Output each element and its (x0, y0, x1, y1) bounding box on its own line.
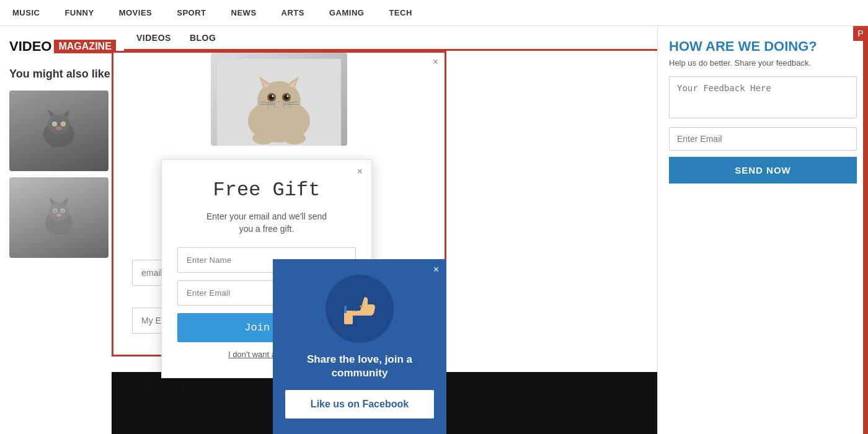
facebook-popup: × Share the love, join a community Like … (273, 259, 446, 434)
nav-movies[interactable]: MOVIES (119, 8, 153, 17)
nav-sport[interactable]: SPORT (177, 8, 206, 17)
cat-thumbnail-1 (9, 91, 108, 171)
feedback-panel: P HOW ARE WE DOING? Help us do better. S… (657, 26, 868, 434)
secondary-navigation: VIDEOS BLOG (124, 26, 657, 51)
svg-point-16 (61, 210, 64, 213)
svg-point-33 (272, 95, 274, 97)
feedback-textarea[interactable] (669, 76, 857, 118)
facebook-share-text: Share the love, join a community (285, 353, 434, 380)
free-gift-description: Enter your email and we'll sendyou a fre… (177, 211, 356, 235)
svg-point-8 (56, 126, 62, 130)
top-navigation: MUSIC FUNNY MOVIES SPORT NEWS ARTS GAMIN… (0, 0, 868, 26)
svg-point-41 (283, 132, 306, 144)
brand-magazine-text: MAGAZINE (54, 40, 115, 53)
feedback-email-input[interactable] (669, 127, 857, 151)
love-cats-close-button[interactable]: × (433, 56, 438, 68)
svg-point-34 (287, 95, 289, 97)
nav-blog[interactable]: BLOG (190, 33, 216, 43)
center-area: VIDEOS BLOG × (124, 26, 657, 434)
nav-arts[interactable]: ARTS (281, 8, 304, 17)
brand-video-text: VIDEO (9, 38, 51, 55)
svg-point-15 (54, 210, 56, 213)
free-gift-title: Free Gift (177, 179, 356, 202)
facebook-thumbs-circle (326, 275, 394, 343)
svg-rect-43 (354, 311, 358, 312)
left-sidebar: VIDEO MAGAZINE You might also like (0, 26, 124, 434)
you-might-also-like: You might also like (9, 67, 115, 81)
cat-thumbnail-2 (9, 177, 108, 258)
svg-point-17 (56, 214, 61, 217)
nav-tech[interactable]: TECH (389, 8, 412, 17)
top-right-corner: P (853, 26, 868, 41)
cat-image-area (113, 53, 445, 146)
cat-illustration (211, 53, 347, 146)
main-content: VIDEO MAGAZINE You might also like (0, 26, 868, 434)
svg-point-1 (48, 115, 70, 135)
feedback-title: HOW ARE WE DOING? (669, 38, 857, 55)
nav-news[interactable]: NEWS (231, 8, 257, 17)
red-accent-bar (863, 26, 868, 434)
nav-music[interactable]: MUSIC (12, 8, 40, 17)
nav-videos[interactable]: VIDEOS (136, 33, 171, 43)
pinterest-icon[interactable]: P (857, 29, 863, 38)
svg-point-6 (53, 123, 56, 126)
svg-rect-44 (360, 306, 363, 307)
nav-gaming[interactable]: GAMING (329, 8, 364, 17)
free-gift-close-button[interactable]: × (357, 166, 363, 177)
facebook-like-button[interactable]: Like us on Facebook (285, 390, 434, 418)
facebook-popup-close-button[interactable]: × (433, 264, 439, 275)
feedback-subtitle: Help us do better. Share your feedback. (669, 58, 857, 68)
svg-rect-45 (344, 306, 347, 313)
send-now-button[interactable]: SEND NOW (669, 157, 857, 184)
svg-point-40 (252, 132, 275, 144)
svg-point-7 (62, 123, 64, 126)
brand-logo: VIDEO MAGAZINE (9, 38, 115, 55)
nav-funny[interactable]: FUNNY (64, 8, 94, 17)
